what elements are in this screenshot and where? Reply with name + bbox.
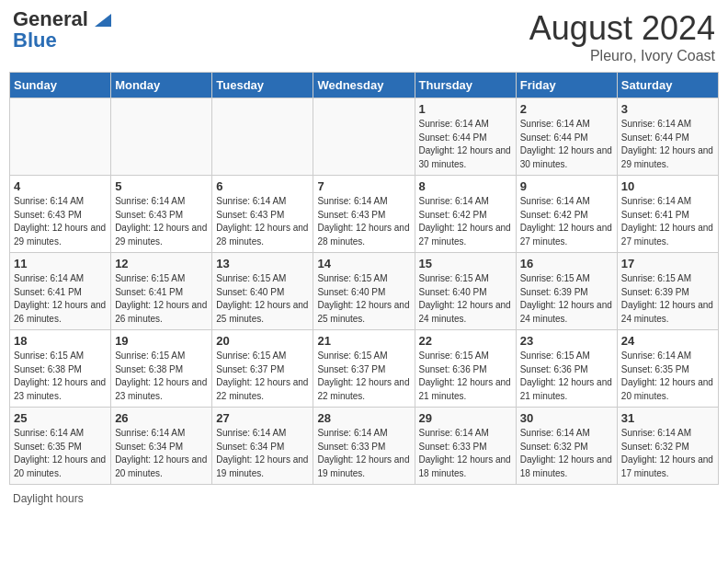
day-number: 25 [14,411,107,425]
day-number: 14 [317,257,410,270]
day-info: Sunrise: 6:14 AM Sunset: 6:42 PM Dayligh… [520,195,613,248]
day-number: 2 [520,102,613,116]
day-info: Sunrise: 6:15 AM Sunset: 6:41 PM Dayligh… [115,272,208,326]
day-number: 10 [621,179,714,193]
day-info: Sunrise: 6:15 AM Sunset: 6:36 PM Dayligh… [520,350,613,403]
calendar-cell: 19Sunrise: 6:15 AM Sunset: 6:38 PM Dayli… [111,330,212,408]
calendar-cell: 1Sunrise: 6:14 AM Sunset: 6:44 PM Daylig… [415,98,516,176]
calendar-cell: 12Sunrise: 6:15 AM Sunset: 6:41 PM Dayli… [111,253,212,330]
day-number: 18 [14,334,107,348]
day-number: 24 [621,334,714,348]
daylight-hours-label: Daylight hours [13,492,84,505]
day-info: Sunrise: 6:14 AM Sunset: 6:34 PM Dayligh… [216,427,309,480]
day-of-week-header: Monday [111,73,212,98]
day-number: 13 [216,257,309,270]
day-info: Sunrise: 6:14 AM Sunset: 6:43 PM Dayligh… [14,195,107,248]
calendar-cell: 4Sunrise: 6:14 AM Sunset: 6:43 PM Daylig… [10,176,111,253]
day-info: Sunrise: 6:14 AM Sunset: 6:33 PM Dayligh… [317,427,410,480]
day-info: Sunrise: 6:14 AM Sunset: 6:44 PM Dayligh… [621,118,714,171]
day-number: 28 [317,411,410,425]
calendar-header-row: SundayMondayTuesdayWednesdayThursdayFrid… [10,73,719,98]
day-info: Sunrise: 6:15 AM Sunset: 6:38 PM Dayligh… [115,350,208,403]
calendar-cell: 17Sunrise: 6:15 AM Sunset: 6:39 PM Dayli… [617,253,718,330]
calendar-table: SundayMondayTuesdayWednesdayThursdayFrid… [9,72,719,485]
day-number: 21 [317,334,410,348]
calendar-cell: 21Sunrise: 6:15 AM Sunset: 6:37 PM Dayli… [313,330,415,408]
day-of-week-header: Sunday [10,73,111,98]
day-info: Sunrise: 6:14 AM Sunset: 6:41 PM Dayligh… [621,195,714,248]
day-info: Sunrise: 6:14 AM Sunset: 6:33 PM Dayligh… [419,427,512,480]
day-number: 9 [520,179,613,193]
day-number: 29 [419,411,512,425]
day-number: 15 [419,257,512,270]
calendar-cell: 2Sunrise: 6:14 AM Sunset: 6:44 PM Daylig… [516,98,617,176]
day-of-week-header: Tuesday [212,73,313,98]
calendar-cell: 25Sunrise: 6:14 AM Sunset: 6:35 PM Dayli… [10,408,111,485]
day-of-week-header: Friday [516,73,617,98]
calendar-cell: 24Sunrise: 6:14 AM Sunset: 6:35 PM Dayli… [617,330,718,408]
day-info: Sunrise: 6:15 AM Sunset: 6:40 PM Dayligh… [317,272,410,326]
day-number: 1 [419,102,512,116]
day-info: Sunrise: 6:15 AM Sunset: 6:38 PM Dayligh… [14,350,107,403]
calendar-cell: 14Sunrise: 6:15 AM Sunset: 6:40 PM Dayli… [313,253,415,330]
calendar-cell: 10Sunrise: 6:14 AM Sunset: 6:41 PM Dayli… [617,176,718,253]
day-info: Sunrise: 6:14 AM Sunset: 6:35 PM Dayligh… [621,350,714,403]
calendar-cell [10,98,111,176]
calendar-cell [313,98,415,176]
day-info: Sunrise: 6:15 AM Sunset: 6:40 PM Dayligh… [216,272,309,326]
day-number: 27 [216,411,309,425]
day-of-week-header: Thursday [415,73,516,98]
calendar-week-row: 11Sunrise: 6:14 AM Sunset: 6:41 PM Dayli… [10,253,719,330]
calendar-cell: 16Sunrise: 6:15 AM Sunset: 6:39 PM Dayli… [516,253,617,330]
day-info: Sunrise: 6:14 AM Sunset: 6:43 PM Dayligh… [216,195,309,248]
day-info: Sunrise: 6:14 AM Sunset: 6:32 PM Dayligh… [621,427,714,480]
day-number: 19 [115,334,208,348]
calendar-cell [212,98,313,176]
calendar-cell: 30Sunrise: 6:14 AM Sunset: 6:32 PM Dayli… [516,408,617,485]
main-title: August 2024 [529,9,715,48]
calendar-cell: 8Sunrise: 6:14 AM Sunset: 6:42 PM Daylig… [415,176,516,253]
day-info: Sunrise: 6:14 AM Sunset: 6:43 PM Dayligh… [115,195,208,248]
page-header: General Blue August 2024 Pleuro, Ivory C… [9,9,719,64]
calendar-week-row: 18Sunrise: 6:15 AM Sunset: 6:38 PM Dayli… [10,330,719,408]
day-number: 22 [419,334,512,348]
day-info: Sunrise: 6:15 AM Sunset: 6:40 PM Dayligh… [419,272,512,326]
day-info: Sunrise: 6:15 AM Sunset: 6:39 PM Dayligh… [520,272,613,326]
day-info: Sunrise: 6:14 AM Sunset: 6:42 PM Dayligh… [419,195,512,248]
day-info: Sunrise: 6:14 AM Sunset: 6:41 PM Dayligh… [14,272,107,326]
day-number: 3 [621,102,714,116]
day-info: Sunrise: 6:15 AM Sunset: 6:37 PM Dayligh… [317,350,410,403]
logo: General Blue [13,9,111,52]
day-info: Sunrise: 6:15 AM Sunset: 6:36 PM Dayligh… [419,350,512,403]
calendar-cell: 27Sunrise: 6:14 AM Sunset: 6:34 PM Dayli… [212,408,313,485]
day-number: 6 [216,179,309,193]
subtitle: Pleuro, Ivory Coast [529,48,715,64]
day-info: Sunrise: 6:14 AM Sunset: 6:44 PM Dayligh… [419,118,512,171]
calendar-cell: 15Sunrise: 6:15 AM Sunset: 6:40 PM Dayli… [415,253,516,330]
day-number: 17 [621,257,714,270]
day-number: 31 [621,411,714,425]
day-number: 30 [520,411,613,425]
calendar-cell: 3Sunrise: 6:14 AM Sunset: 6:44 PM Daylig… [617,98,718,176]
calendar-cell: 9Sunrise: 6:14 AM Sunset: 6:42 PM Daylig… [516,176,617,253]
day-number: 23 [520,334,613,348]
calendar-cell: 6Sunrise: 6:14 AM Sunset: 6:43 PM Daylig… [212,176,313,253]
calendar-cell: 22Sunrise: 6:15 AM Sunset: 6:36 PM Dayli… [415,330,516,408]
calendar-cell: 26Sunrise: 6:14 AM Sunset: 6:34 PM Dayli… [111,408,212,485]
svg-marker-0 [95,14,111,27]
calendar-cell: 29Sunrise: 6:14 AM Sunset: 6:33 PM Dayli… [415,408,516,485]
calendar-cell: 31Sunrise: 6:14 AM Sunset: 6:32 PM Dayli… [617,408,718,485]
calendar-cell: 20Sunrise: 6:15 AM Sunset: 6:37 PM Dayli… [212,330,313,408]
calendar-cell: 7Sunrise: 6:14 AM Sunset: 6:43 PM Daylig… [313,176,415,253]
day-number: 5 [115,179,208,193]
calendar-cell: 28Sunrise: 6:14 AM Sunset: 6:33 PM Dayli… [313,408,415,485]
calendar-week-row: 1Sunrise: 6:14 AM Sunset: 6:44 PM Daylig… [10,98,719,176]
calendar-cell: 11Sunrise: 6:14 AM Sunset: 6:41 PM Dayli… [10,253,111,330]
footer: Daylight hours [9,492,719,505]
day-number: 20 [216,334,309,348]
logo-general: General [13,7,88,30]
day-info: Sunrise: 6:15 AM Sunset: 6:39 PM Dayligh… [621,272,714,326]
day-number: 11 [14,257,107,270]
title-block: August 2024 Pleuro, Ivory Coast [529,9,715,64]
logo-blue: Blue [13,29,57,52]
